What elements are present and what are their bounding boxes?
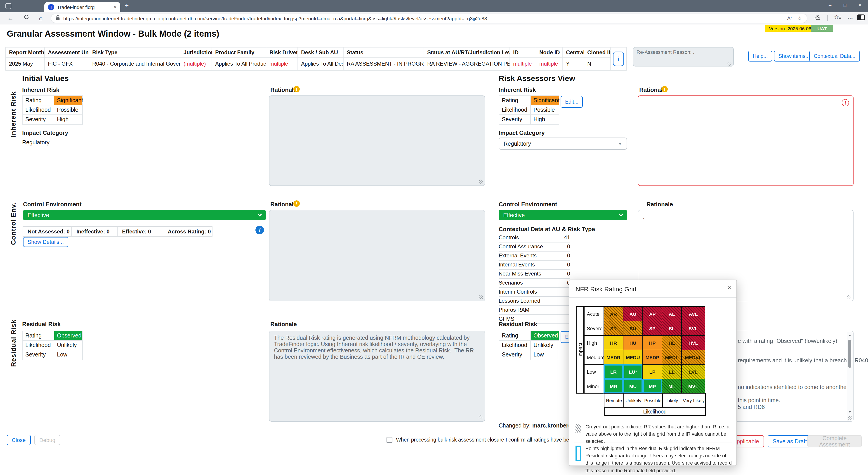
row-info-button[interactable]: i — [613, 52, 624, 66]
dialog-close-icon[interactable]: × — [727, 284, 731, 291]
contextual-data-label: Contextual Data at AU & Risk Type — [499, 226, 595, 233]
impact-level-label: Low — [584, 364, 604, 379]
resize-handle[interactable] — [848, 416, 852, 420]
grid-cell-MU[interactable]: MU — [623, 379, 643, 393]
grid-cell-SP[interactable]: SP — [643, 321, 662, 336]
grid-cell-HVL[interactable]: HVL — [681, 335, 705, 350]
grid-cell-HL[interactable]: HL — [662, 335, 682, 350]
iv-inherent-risk-label: Inherent Risk — [22, 86, 59, 93]
favorite-star-icon[interactable]: ☆ — [797, 15, 802, 22]
chevron-down-icon — [619, 212, 623, 216]
resize-handle[interactable] — [479, 295, 483, 299]
scrollbar[interactable]: ▲ ▼ — [847, 332, 852, 421]
ce-left-select[interactable]: Effective — [23, 210, 266, 220]
grid-cell-SVL[interactable]: SVL — [681, 321, 705, 336]
more-menu-icon[interactable]: … — [847, 13, 853, 20]
tab-close-icon[interactable]: × — [114, 4, 117, 10]
ra-rationale-textarea[interactable] — [638, 95, 854, 186]
contextual-value: 0 — [567, 243, 570, 250]
scroll-down-icon[interactable]: ▼ — [847, 410, 852, 414]
grid-cell-AL[interactable]: AL — [662, 306, 682, 321]
read-aloud-icon[interactable]: A⁾ — [787, 16, 792, 21]
show-details-button[interactable]: Show Details... — [23, 237, 68, 247]
iv-ir-label: Severity — [23, 115, 54, 124]
confirm-checkbox[interactable] — [386, 437, 393, 443]
grid-cell-MEDVL[interactable]: MEDVL — [681, 350, 705, 365]
resize-handle[interactable] — [479, 180, 483, 184]
ra-ir-value: Possible — [531, 106, 559, 115]
grid-cell-ML[interactable]: ML — [662, 379, 682, 393]
extensions-icon[interactable] — [815, 14, 820, 22]
address-bar[interactable]: https://integration.internet.tradefinder… — [51, 13, 807, 23]
help-button[interactable]: Help... — [748, 51, 772, 61]
debug-button[interactable]: Debug — [34, 435, 60, 445]
grid-cell-MVL[interactable]: MVL — [681, 379, 705, 393]
new-tab-button[interactable]: + — [125, 1, 129, 9]
impact-level-label: Medium — [584, 350, 604, 365]
grid-cell-MEDR[interactable]: MEDR — [603, 350, 623, 365]
grid-cell-HU[interactable]: HU — [623, 335, 643, 350]
grid-cell-SL[interactable]: SL — [662, 321, 682, 336]
window-maximize-button[interactable]: □ — [844, 3, 846, 8]
scrollbar-thumb[interactable] — [848, 340, 851, 368]
grid-cell-LVL[interactable]: LVL — [681, 364, 705, 379]
ra-ir-edit-button[interactable]: Edit... — [561, 96, 583, 108]
grid-cell-AP[interactable]: AP — [643, 306, 662, 321]
ce-right-label: Control Environment — [499, 201, 557, 208]
complete-assessment-button[interactable]: Complete Assessment — [807, 435, 862, 447]
ra-inherent-risk-table: RatingSignificantLikelihoodPossibleSever… — [499, 95, 559, 125]
grid-cell-AR[interactable]: AR — [603, 306, 623, 321]
grid-cell-HP[interactable]: HP — [643, 335, 662, 350]
grid-cell-AVL[interactable]: AVL — [681, 306, 705, 321]
ce-right-select[interactable]: Effective — [499, 210, 627, 220]
contextual-data-button[interactable]: Contextual Data... — [809, 51, 860, 61]
summary-col-0: Report Month — [6, 48, 45, 57]
home-icon[interactable]: ⌂ — [39, 14, 43, 22]
show-items-button[interactable]: Show items... — [774, 51, 814, 61]
ce-rationale-textarea[interactable] — [269, 210, 485, 301]
iv-rationale-textarea[interactable] — [269, 95, 485, 186]
back-icon[interactable]: ← — [7, 14, 13, 22]
page-title: Granular Assessment Window - Bulk Mode (… — [7, 29, 219, 39]
scroll-up-icon[interactable]: ▲ — [847, 333, 852, 336]
window-close-button[interactable]: × — [859, 2, 862, 8]
close-button[interactable]: Close — [7, 435, 31, 445]
rr-rationale-label: Rationale — [270, 321, 297, 328]
summary-col-5: Risk Driver — [266, 48, 298, 57]
grid-cell-SU[interactable]: SU — [623, 321, 643, 336]
rr-rationale-textarea[interactable]: The Residual Risk rating is generated us… — [269, 331, 485, 422]
rr-ra-label: Residual Risk — [499, 321, 537, 328]
resize-handle[interactable] — [479, 415, 483, 419]
browser-tab[interactable]: T TradeFinder ficrg × — [44, 2, 120, 12]
contextual-label: Interim Controls — [499, 289, 537, 295]
info-icon[interactable]: i — [255, 226, 264, 234]
save-as-draft-button[interactable]: Save as Draft — [768, 435, 812, 447]
grid-cell-MR[interactable]: MR — [603, 379, 623, 393]
resize-handle[interactable] — [847, 295, 851, 299]
grid-cell-HR[interactable]: HR — [603, 335, 623, 350]
grid-cell-MEDP[interactable]: MEDP — [643, 350, 662, 365]
ra-impact-category-select[interactable]: Regulatory ▼ — [499, 138, 627, 150]
refresh-icon[interactable] — [24, 13, 29, 22]
tab-activity-icon[interactable] — [5, 3, 11, 9]
collections-icon[interactable]: ☆≡ — [834, 14, 841, 20]
grid-cell-MEDU[interactable]: MEDU — [623, 350, 643, 365]
grid-cell-SR[interactable]: SR — [603, 321, 623, 336]
resize-handle[interactable] — [727, 62, 732, 66]
grid-cell-MEDL[interactable]: MEDL — [662, 350, 682, 365]
rr-ra-value: Unlikely — [531, 340, 559, 350]
grid-cell-LR[interactable]: LR — [603, 364, 623, 379]
ce-stat-1: Ineffective: 0 — [71, 226, 118, 237]
summary-col-10: Node ID — [536, 48, 563, 57]
grid-cell-AU[interactable]: AU — [623, 306, 643, 321]
grid-cell-MP[interactable]: MP — [643, 379, 662, 393]
grid-cell-LU[interactable]: LU* — [623, 364, 643, 379]
window-minimize-button[interactable]: – — [829, 2, 831, 8]
sidebar-panel-icon[interactable]: ← — [857, 14, 865, 20]
contextual-value: 0 — [567, 270, 570, 277]
grid-cell-LP[interactable]: LP — [643, 364, 662, 379]
impact-level-label: Acute — [584, 306, 604, 321]
grid-cell-LL[interactable]: LL — [662, 364, 682, 379]
reassessment-reason-input[interactable]: Re-Assessment Reason: . — [633, 47, 734, 66]
summary-cell-12: N — [584, 58, 611, 70]
